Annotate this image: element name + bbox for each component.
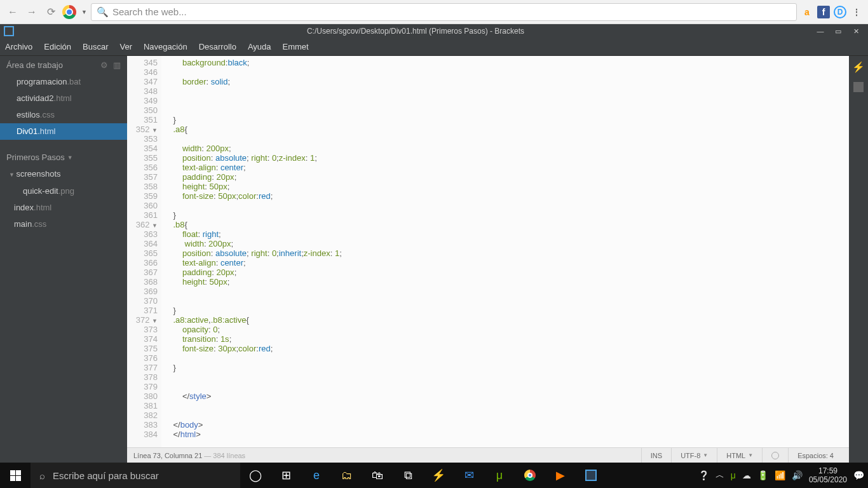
close-button[interactable]: ✕ (848, 25, 864, 37)
help-tray-icon[interactable]: ❔ (698, 470, 709, 480)
menu-ver[interactable]: Ver (119, 42, 132, 51)
system-tray: ❔ ︿ μ ☁ 🔋 📶 🔊 17:59 05/05/2020 💬 (698, 463, 868, 488)
gear-icon[interactable]: ⚙ (100, 60, 108, 70)
menu-ayuda[interactable]: Ayuda (248, 42, 271, 51)
amazon-ext-icon[interactable]: a (801, 6, 813, 18)
brackets-logo-icon (4, 26, 14, 36)
omnibox[interactable]: 🔍 Search the web... (91, 3, 797, 21)
taskbar-clock[interactable]: 17:59 05/05/2020 (809, 466, 847, 484)
lint-status[interactable] (762, 448, 788, 463)
project-dropdown[interactable]: Primeros Pasos ▼ (0, 149, 127, 166)
back-button[interactable]: ← (5, 4, 20, 20)
window-title: C:/Users/sgcov/Desktop/Div01.html (Prime… (19, 27, 812, 36)
file-item[interactable]: main.css (0, 216, 127, 233)
battery-tray-icon[interactable]: 🔋 (757, 470, 768, 480)
omnibox-placeholder: Search the web... (112, 6, 187, 17)
utorrent-icon[interactable]: μ (484, 463, 515, 488)
media-player-icon[interactable]: ▶ (545, 463, 576, 488)
working-file[interactable]: estilos.css (0, 107, 127, 123)
brackets-menubar: ArchivoEdiciónBuscarVerNavegaciónDesarro… (0, 38, 868, 56)
wifi-tray-icon[interactable]: 📶 (775, 470, 785, 480)
utorrent-tray-icon[interactable]: μ (731, 470, 736, 480)
brackets-sidebar: Área de trabajo ⚙ ▥ programacion.batacti… (0, 56, 127, 463)
live-preview-icon[interactable]: ⚡ (852, 61, 865, 73)
taskbar-search[interactable]: ⌕ Escribe aquí para buscar (31, 463, 240, 488)
file-item[interactable]: index.html (0, 200, 127, 216)
menu-archivo[interactable]: Archivo (5, 42, 32, 51)
menu-navegación[interactable]: Navegación (144, 42, 187, 51)
menu-emmet[interactable]: Emmet (283, 42, 309, 51)
task-view-icon[interactable]: ⊞ (271, 463, 301, 488)
minimize-button[interactable]: — (812, 25, 829, 37)
browser-toolbar: ← → ⟳ ▼ 🔍 Search the web... a f D ⋮ (0, 0, 868, 24)
store-icon[interactable]: 🛍 (362, 463, 393, 488)
menu-edición[interactable]: Edición (44, 42, 71, 51)
menu-buscar[interactable]: Buscar (83, 42, 108, 51)
working-files-header: Área de trabajo ⚙ ▥ (0, 56, 127, 74)
code-content[interactable]: background:black; border: solid; } .a8{ … (161, 56, 849, 447)
windows-logo-icon (10, 470, 21, 481)
maximize-button[interactable]: ▭ (830, 25, 846, 37)
encoding-selector[interactable]: UTF-8▼ (671, 448, 717, 463)
editor-pane: 345346347348349350351352 ▼35335435535635… (127, 56, 849, 463)
chrome-icon[interactable] (62, 5, 76, 19)
dropbox-icon[interactable]: ⧉ (393, 463, 423, 488)
windows-taskbar: ⌕ Escribe aquí para buscar ◯ ⊞ e 🗂 🛍 ⧉ ⚡… (0, 463, 868, 488)
line-gutter: 345346347348349350351352 ▼35335435535635… (127, 56, 161, 447)
mail-icon[interactable]: ✉ (454, 463, 484, 488)
status-bar: Línea 73, Columna 21 — 384 líneas INS UT… (127, 447, 849, 463)
menu-desarrollo[interactable]: Desarrollo (199, 42, 236, 51)
chevron-down-icon: ▼ (67, 154, 73, 161)
cortana-icon[interactable]: ◯ (240, 463, 271, 488)
indent-selector[interactable]: Espacios: 4 (788, 448, 843, 463)
forward-button[interactable]: → (24, 4, 39, 20)
brackets-taskbar-icon[interactable] (576, 463, 606, 488)
working-file[interactable]: Div01.html (0, 123, 127, 140)
edge-icon[interactable]: e (301, 463, 332, 488)
folder-item[interactable]: ▼ screenshots (0, 166, 127, 183)
disqus-ext-icon[interactable]: D (834, 6, 846, 18)
cursor-position[interactable]: Línea 73, Columna 21 (133, 452, 202, 459)
explorer-icon[interactable]: 🗂 (332, 463, 362, 488)
extensions-icon[interactable] (853, 82, 864, 92)
brackets-titlebar: C:/Users/sgcov/Desktop/Div01.html (Prime… (0, 24, 868, 38)
chrome-dropdown-caret[interactable]: ▼ (81, 9, 87, 15)
insert-mode[interactable]: INS (641, 448, 671, 463)
working-file[interactable]: actividad2.html (0, 90, 127, 107)
notifications-tray-icon[interactable]: 💬 (853, 470, 864, 480)
facebook-ext-icon[interactable]: f (817, 6, 830, 18)
chrome-taskbar-icon[interactable] (515, 463, 545, 488)
volume-tray-icon[interactable]: 🔊 (792, 470, 803, 480)
start-button[interactable] (0, 463, 31, 488)
more-menu-icon[interactable]: ⋮ (850, 6, 863, 18)
language-selector[interactable]: HTML▼ (717, 448, 762, 463)
search-icon: ⌕ (39, 470, 45, 481)
brackets-window: C:/Users/sgcov/Desktop/Div01.html (Prime… (0, 24, 868, 463)
split-icon[interactable]: ▥ (113, 60, 121, 70)
working-file[interactable]: programacion.bat (0, 74, 127, 90)
file-item[interactable]: quick-edit.png (0, 183, 127, 200)
tray-chevron-up-icon[interactable]: ︿ (715, 470, 724, 481)
reload-button[interactable]: ⟳ (43, 4, 58, 20)
lightning-icon[interactable]: ⚡ (423, 463, 454, 488)
code-editor[interactable]: 345346347348349350351352 ▼35335435535635… (127, 56, 849, 447)
onedrive-tray-icon[interactable]: ☁ (742, 470, 751, 480)
brackets-right-toolbar: ⚡ (849, 56, 868, 463)
search-icon: 🔍 (97, 6, 109, 18)
